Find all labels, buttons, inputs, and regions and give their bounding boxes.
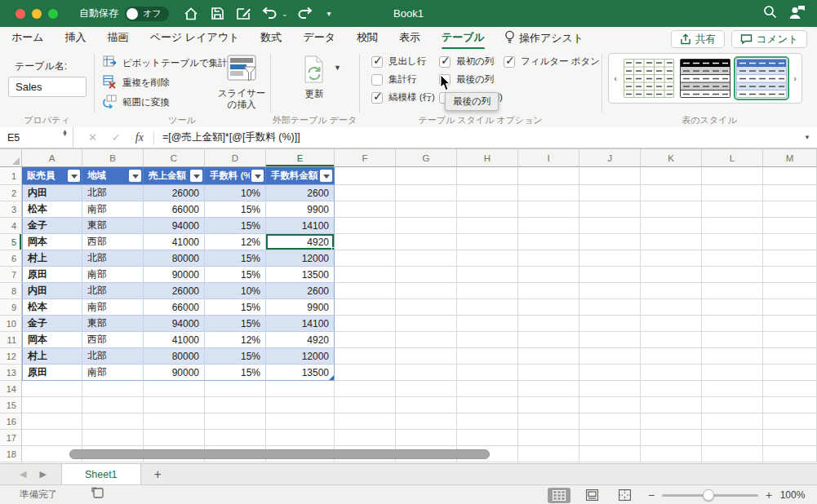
menu-tab-数式[interactable]: 数式 — [260, 27, 282, 50]
cell-J6[interactable] — [579, 250, 641, 267]
cell-M6[interactable] — [763, 250, 817, 267]
table-header-販売員[interactable]: 販売員 — [22, 167, 82, 185]
search-icon[interactable] — [763, 5, 777, 22]
cell-J16[interactable] — [579, 413, 641, 430]
cell-B2[interactable]: 北部 — [82, 185, 144, 201]
cell-K11[interactable] — [641, 332, 702, 348]
cell-G4[interactable] — [396, 218, 457, 234]
cell-C15[interactable] — [144, 397, 205, 413]
row-header-3[interactable]: 3 — [0, 201, 22, 218]
cell-I8[interactable] — [518, 283, 579, 299]
cell-G11[interactable] — [396, 332, 457, 348]
save-icon[interactable] — [208, 5, 226, 23]
cell-M1[interactable] — [763, 167, 817, 185]
cell-D2[interactable]: 10% — [205, 185, 266, 201]
cell-K1[interactable] — [641, 167, 702, 185]
checkbox-row-集計行[interactable]: 集計行 — [371, 73, 435, 86]
cell-D13[interactable]: 15% — [205, 365, 266, 381]
cell-F12[interactable] — [335, 348, 396, 365]
zoom-window-button[interactable] — [48, 9, 58, 19]
filter-button-手数料 (%)[interactable] — [251, 170, 264, 182]
cell-J17[interactable] — [579, 430, 641, 446]
cell-H9[interactable] — [457, 299, 518, 316]
cell-F8[interactable] — [335, 283, 396, 299]
row-header-9[interactable]: 9 — [0, 299, 22, 316]
checkbox-row-縞模様 (行)[interactable]: 縞模様 (行) — [371, 91, 435, 104]
cell-E11[interactable]: 4920 — [266, 332, 335, 348]
cell-F14[interactable] — [335, 381, 396, 397]
close-window-button[interactable] — [16, 9, 25, 19]
cell-I4[interactable] — [518, 218, 579, 234]
cell-D17[interactable] — [205, 430, 266, 446]
cell-K16[interactable] — [641, 413, 702, 430]
cell-G17[interactable] — [396, 430, 457, 446]
column-header-J[interactable]: J — [579, 149, 641, 167]
cell-L6[interactable] — [702, 250, 763, 267]
cell-A17[interactable] — [22, 430, 82, 446]
formula-bar-expand-chevron[interactable]: ▼ — [804, 134, 810, 141]
cell-G15[interactable] — [396, 397, 457, 413]
cell-F9[interactable] — [335, 299, 396, 316]
cell-E12[interactable]: 12000 — [266, 348, 335, 365]
cell-G8[interactable] — [396, 283, 457, 299]
menu-tab-描画[interactable]: 描画 — [108, 27, 129, 50]
menu-tab-ホーム[interactable]: ホーム — [11, 27, 44, 50]
column-header-A[interactable]: A — [22, 149, 82, 167]
cell-C16[interactable] — [144, 413, 205, 430]
cell-L17[interactable] — [702, 430, 763, 446]
normal-view-button[interactable] — [548, 488, 571, 503]
cell-A9[interactable]: 松本 — [22, 299, 82, 316]
cell-I13[interactable] — [518, 365, 579, 381]
cell-K14[interactable] — [641, 381, 702, 397]
cell-I1[interactable] — [518, 167, 579, 185]
cell-A5[interactable]: 岡本 — [22, 234, 82, 250]
insert-function-icon[interactable]: fx — [135, 131, 144, 144]
page-layout-view-button[interactable] — [580, 488, 603, 503]
cell-B4[interactable]: 東部 — [82, 218, 144, 234]
row-header-17[interactable]: 17 — [0, 430, 22, 446]
cell-L1[interactable] — [702, 167, 763, 185]
tool-重複を削除[interactable]: 重複を削除 — [103, 75, 170, 91]
cell-M17[interactable] — [763, 430, 817, 446]
cell-B12[interactable]: 北部 — [82, 348, 144, 365]
cell-J7[interactable] — [579, 267, 641, 283]
cell-F17[interactable] — [335, 430, 396, 446]
column-header-F[interactable]: F — [335, 149, 396, 167]
cell-B5[interactable]: 西部 — [82, 234, 144, 250]
checkbox-row-見出し行[interactable]: 見出し行 — [371, 55, 435, 68]
cell-A7[interactable]: 原田 — [22, 267, 82, 283]
cell-A4[interactable]: 金子 — [22, 218, 82, 234]
cell-E17[interactable] — [266, 430, 335, 446]
cell-D10[interactable]: 15% — [205, 316, 266, 332]
cell-K4[interactable] — [641, 218, 702, 234]
filter-button-地域[interactable] — [129, 170, 141, 182]
cell-C6[interactable]: 80000 — [144, 250, 205, 267]
cell-G13[interactable] — [396, 365, 457, 381]
checkbox-最初の列[interactable] — [439, 56, 451, 68]
cell-C11[interactable]: 41000 — [144, 332, 205, 348]
cell-D9[interactable]: 15% — [205, 299, 266, 316]
cell-E16[interactable] — [266, 413, 335, 430]
cell-I16[interactable] — [518, 413, 579, 430]
cell-K2[interactable] — [641, 185, 702, 201]
cell-E10[interactable]: 14100 — [266, 316, 335, 332]
cell-L5[interactable] — [702, 234, 763, 250]
cell-L8[interactable] — [702, 283, 763, 299]
table-header-手数料 (%)[interactable]: 手数料 (%) — [205, 167, 266, 185]
cell-K12[interactable] — [641, 348, 702, 365]
cell-A10[interactable]: 金子 — [22, 316, 82, 332]
cell-J14[interactable] — [579, 381, 641, 397]
cell-E4[interactable]: 14100 — [266, 218, 335, 234]
cell-D15[interactable] — [205, 397, 266, 413]
cell-C17[interactable] — [144, 430, 205, 446]
presence-user-icon[interactable] — [788, 5, 806, 23]
fill-handle[interactable] — [331, 247, 335, 250]
tool-範囲に変換[interactable]: 範囲に変換 — [103, 95, 170, 110]
menu-tab-校閲[interactable]: 校閲 — [357, 27, 378, 50]
row-header-13[interactable]: 13 — [0, 365, 22, 381]
toolbar-options-chevron[interactable]: ▾ — [327, 9, 331, 18]
cell-B17[interactable] — [82, 430, 144, 446]
sheet-tab-Sheet1[interactable]: Sheet1 — [61, 464, 141, 484]
cell-J3[interactable] — [579, 201, 641, 218]
cancel-icon[interactable]: ✕ — [88, 131, 97, 144]
